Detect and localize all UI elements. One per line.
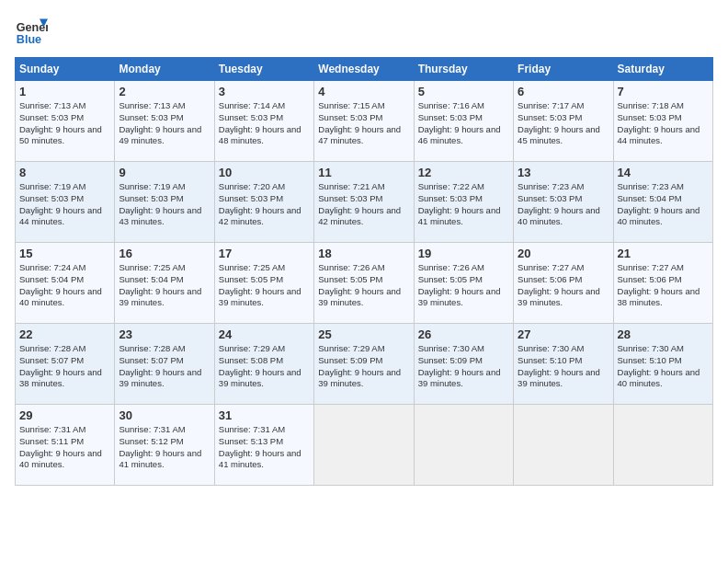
calendar-cell: 4 Sunrise: 7:15 AM Sunset: 5:03 PM Dayli…: [314, 81, 414, 162]
col-header-tuesday: Tuesday: [214, 58, 313, 81]
day-number: 6: [518, 85, 609, 98]
day-info: Sunrise: 7:28 AM Sunset: 5:07 PM Dayligh…: [119, 343, 210, 390]
calendar-cell: 27 Sunrise: 7:30 AM Sunset: 5:10 PM Dayl…: [514, 324, 613, 405]
day-number: 9: [119, 166, 210, 179]
day-info: Sunrise: 7:28 AM Sunset: 5:07 PM Dayligh…: [19, 343, 110, 390]
week-row-2: 8 Sunrise: 7:19 AM Sunset: 5:03 PM Dayli…: [16, 162, 713, 243]
day-number: 23: [119, 327, 210, 341]
calendar-cell: 9 Sunrise: 7:19 AM Sunset: 5:03 PM Dayli…: [115, 162, 214, 243]
day-number: 17: [219, 247, 310, 260]
day-info: Sunrise: 7:27 AM Sunset: 5:06 PM Dayligh…: [518, 262, 609, 309]
col-header-sunday: Sunday: [16, 58, 115, 81]
calendar-cell: 2 Sunrise: 7:13 AM Sunset: 5:03 PM Dayli…: [115, 81, 214, 162]
calendar-cell: 26 Sunrise: 7:30 AM Sunset: 5:09 PM Dayl…: [414, 324, 513, 405]
calendar-cell: 31 Sunrise: 7:31 AM Sunset: 5:13 PM Dayl…: [214, 405, 313, 486]
col-header-monday: Monday: [115, 58, 214, 81]
col-header-wednesday: Wednesday: [314, 58, 414, 81]
week-row-3: 15 Sunrise: 7:24 AM Sunset: 5:04 PM Dayl…: [16, 243, 713, 324]
calendar-cell: 6 Sunrise: 7:17 AM Sunset: 5:03 PM Dayli…: [514, 81, 613, 162]
day-number: 19: [418, 247, 509, 260]
col-header-thursday: Thursday: [414, 58, 513, 81]
calendar-cell: [414, 405, 513, 486]
day-info: Sunrise: 7:31 AM Sunset: 5:13 PM Dayligh…: [219, 424, 310, 471]
svg-text:Blue: Blue: [17, 33, 41, 46]
calendar-cell: [514, 405, 613, 486]
day-number: 31: [219, 408, 310, 422]
day-number: 16: [119, 247, 210, 260]
day-info: Sunrise: 7:21 AM Sunset: 5:03 PM Dayligh…: [318, 181, 409, 228]
day-number: 29: [19, 408, 110, 422]
day-info: Sunrise: 7:30 AM Sunset: 5:09 PM Dayligh…: [418, 343, 509, 390]
day-number: 18: [318, 247, 409, 260]
day-number: 24: [219, 327, 310, 341]
day-number: 1: [19, 85, 110, 98]
calendar-cell: 14 Sunrise: 7:23 AM Sunset: 5:04 PM Dayl…: [613, 162, 712, 243]
day-number: 25: [318, 327, 409, 341]
day-number: 10: [219, 166, 310, 179]
day-info: Sunrise: 7:19 AM Sunset: 5:03 PM Dayligh…: [119, 181, 210, 228]
day-info: Sunrise: 7:16 AM Sunset: 5:03 PM Dayligh…: [418, 100, 509, 147]
day-info: Sunrise: 7:29 AM Sunset: 5:08 PM Dayligh…: [219, 343, 310, 390]
day-info: Sunrise: 7:31 AM Sunset: 5:11 PM Dayligh…: [19, 424, 110, 471]
day-info: Sunrise: 7:24 AM Sunset: 5:04 PM Dayligh…: [19, 262, 110, 309]
day-info: Sunrise: 7:31 AM Sunset: 5:12 PM Dayligh…: [119, 424, 210, 471]
calendar-cell: 18 Sunrise: 7:26 AM Sunset: 5:05 PM Dayl…: [314, 243, 414, 324]
day-info: Sunrise: 7:20 AM Sunset: 5:03 PM Dayligh…: [219, 181, 310, 228]
logo-icon: General Blue: [15, 15, 48, 48]
logo: General Blue: [15, 15, 48, 48]
col-header-saturday: Saturday: [613, 58, 712, 81]
calendar-cell: 15 Sunrise: 7:24 AM Sunset: 5:04 PM Dayl…: [16, 243, 115, 324]
calendar-cell: 25 Sunrise: 7:29 AM Sunset: 5:09 PM Dayl…: [314, 324, 414, 405]
calendar-cell: 10 Sunrise: 7:20 AM Sunset: 5:03 PM Dayl…: [214, 162, 313, 243]
day-info: Sunrise: 7:30 AM Sunset: 5:10 PM Dayligh…: [618, 343, 709, 390]
day-info: Sunrise: 7:19 AM Sunset: 5:03 PM Dayligh…: [19, 181, 110, 228]
calendar-cell: 5 Sunrise: 7:16 AM Sunset: 5:03 PM Dayli…: [414, 81, 513, 162]
calendar-cell: 16 Sunrise: 7:25 AM Sunset: 5:04 PM Dayl…: [115, 243, 214, 324]
day-number: 2: [119, 85, 210, 98]
week-row-1: 1 Sunrise: 7:13 AM Sunset: 5:03 PM Dayli…: [16, 81, 713, 162]
calendar-cell: [314, 405, 414, 486]
page-header: General Blue: [15, 15, 713, 48]
calendar-cell: 7 Sunrise: 7:18 AM Sunset: 5:03 PM Dayli…: [613, 81, 712, 162]
day-number: 11: [318, 166, 409, 179]
calendar-cell: 28 Sunrise: 7:30 AM Sunset: 5:10 PM Dayl…: [613, 324, 712, 405]
calendar-cell: 12 Sunrise: 7:22 AM Sunset: 5:03 PM Dayl…: [414, 162, 513, 243]
calendar-cell: 11 Sunrise: 7:21 AM Sunset: 5:03 PM Dayl…: [314, 162, 414, 243]
day-info: Sunrise: 7:25 AM Sunset: 5:05 PM Dayligh…: [219, 262, 310, 309]
day-number: 20: [518, 247, 609, 260]
day-number: 8: [19, 166, 110, 179]
day-number: 15: [19, 247, 110, 260]
calendar-cell: 13 Sunrise: 7:23 AM Sunset: 5:03 PM Dayl…: [514, 162, 613, 243]
calendar-cell: 8 Sunrise: 7:19 AM Sunset: 5:03 PM Dayli…: [16, 162, 115, 243]
col-header-friday: Friday: [514, 58, 613, 81]
day-number: 28: [618, 327, 709, 341]
day-info: Sunrise: 7:17 AM Sunset: 5:03 PM Dayligh…: [518, 100, 609, 147]
day-info: Sunrise: 7:14 AM Sunset: 5:03 PM Dayligh…: [219, 100, 310, 147]
day-info: Sunrise: 7:13 AM Sunset: 5:03 PM Dayligh…: [119, 100, 210, 147]
day-number: 27: [518, 327, 609, 341]
calendar-cell: 19 Sunrise: 7:26 AM Sunset: 5:05 PM Dayl…: [414, 243, 513, 324]
calendar-cell: 30 Sunrise: 7:31 AM Sunset: 5:12 PM Dayl…: [115, 405, 214, 486]
day-info: Sunrise: 7:18 AM Sunset: 5:03 PM Dayligh…: [618, 100, 709, 147]
day-number: 12: [418, 166, 509, 179]
calendar-table: SundayMondayTuesdayWednesdayThursdayFrid…: [15, 57, 713, 486]
day-info: Sunrise: 7:13 AM Sunset: 5:03 PM Dayligh…: [19, 100, 110, 147]
day-number: 13: [518, 166, 609, 179]
day-number: 3: [219, 85, 310, 98]
day-info: Sunrise: 7:26 AM Sunset: 5:05 PM Dayligh…: [318, 262, 409, 309]
calendar-cell: 22 Sunrise: 7:28 AM Sunset: 5:07 PM Dayl…: [16, 324, 115, 405]
day-info: Sunrise: 7:22 AM Sunset: 5:03 PM Dayligh…: [418, 181, 509, 228]
calendar-cell: 17 Sunrise: 7:25 AM Sunset: 5:05 PM Dayl…: [214, 243, 313, 324]
calendar-cell: 1 Sunrise: 7:13 AM Sunset: 5:03 PM Dayli…: [16, 81, 115, 162]
day-number: 14: [618, 166, 709, 179]
week-row-4: 22 Sunrise: 7:28 AM Sunset: 5:07 PM Dayl…: [16, 324, 713, 405]
day-number: 21: [618, 247, 709, 260]
day-info: Sunrise: 7:26 AM Sunset: 5:05 PM Dayligh…: [418, 262, 509, 309]
calendar-cell: [613, 405, 712, 486]
day-info: Sunrise: 7:29 AM Sunset: 5:09 PM Dayligh…: [318, 343, 409, 390]
day-info: Sunrise: 7:15 AM Sunset: 5:03 PM Dayligh…: [318, 100, 409, 147]
calendar-cell: 23 Sunrise: 7:28 AM Sunset: 5:07 PM Dayl…: [115, 324, 214, 405]
day-number: 26: [418, 327, 509, 341]
day-number: 7: [618, 85, 709, 98]
day-number: 22: [19, 327, 110, 341]
